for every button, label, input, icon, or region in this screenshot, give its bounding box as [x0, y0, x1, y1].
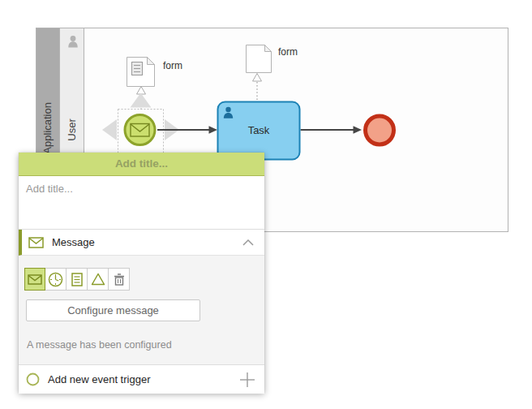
add-event-trigger-row[interactable]: Add new event trigger: [19, 364, 264, 394]
event-trigger-group: [24, 268, 130, 291]
trigger-button-delete[interactable]: [109, 268, 130, 291]
blank-event-circle-icon: [26, 372, 40, 386]
message-envelope-icon: [28, 237, 44, 248]
form-artifact-2-label: form: [278, 46, 298, 58]
add-event-trigger-label: Add new event trigger: [48, 373, 150, 385]
chevron-up-icon[interactable]: [242, 239, 254, 246]
lane-label: User: [66, 118, 78, 141]
message-icon: [28, 274, 42, 285]
message-start-event[interactable]: [125, 115, 155, 145]
signal-icon: [91, 273, 105, 286]
conditional-icon: [71, 273, 83, 286]
mini-document-icon: [132, 62, 143, 75]
popup-title-header: Add title...: [19, 153, 264, 176]
form-artifact-1-label: form: [163, 60, 182, 71]
end-event[interactable]: [366, 116, 394, 144]
message-section-body: Configure message A message has been con…: [19, 256, 264, 364]
trigger-button-timer[interactable]: [45, 268, 66, 291]
plus-icon[interactable]: [239, 372, 255, 388]
message-section-label: Message: [52, 236, 95, 248]
delete-icon: [114, 273, 125, 286]
configure-message-button[interactable]: Configure message: [26, 299, 200, 321]
trigger-button-conditional[interactable]: [66, 268, 88, 291]
task-label: Task: [248, 124, 270, 136]
message-section-header[interactable]: Message: [19, 230, 264, 256]
pool-label: -Application: [41, 102, 54, 157]
trigger-button-signal[interactable]: [88, 268, 109, 291]
user-task[interactable]: Task: [218, 102, 300, 160]
trigger-button-message[interactable]: [24, 268, 45, 291]
title-textarea[interactable]: [19, 176, 264, 230]
message-status-text: A message has been configured: [27, 339, 172, 351]
timer-icon: [48, 272, 63, 287]
bpmn-editor-screen: -Application User form form: [0, 0, 532, 409]
event-properties-popup: Add title... Message: [19, 153, 264, 393]
